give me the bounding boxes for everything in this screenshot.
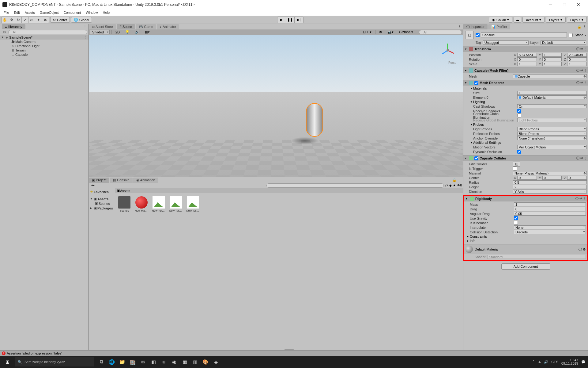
app-icon-2[interactable]: ◉ xyxy=(169,356,179,368)
paint-icon[interactable]: 🎨 xyxy=(200,356,211,368)
tray-chevron-icon[interactable]: ˄ xyxy=(533,360,534,364)
castshadows-dropdown[interactable]: On xyxy=(517,104,587,108)
menu-component[interactable]: Component xyxy=(61,10,83,15)
hierarchy-create-button[interactable]: +▾ xyxy=(1,30,7,34)
angdrag-field[interactable]: 0.05 xyxy=(514,212,586,216)
radius-field[interactable]: 0.5 xyxy=(513,180,587,184)
transform-tool[interactable]: ✦ xyxy=(35,17,42,23)
layers-button[interactable]: Layers ▾ xyxy=(546,17,566,23)
element0-field[interactable]: Default-Material xyxy=(517,95,587,99)
rotation-z-field[interactable]: 0 xyxy=(567,57,587,61)
usegravity-checkbox[interactable] xyxy=(514,216,518,220)
packages-folder[interactable]: ▶▣ Packages xyxy=(89,206,115,210)
rotate-tool[interactable]: ↻ xyxy=(15,17,22,23)
mail-icon[interactable]: ✉ xyxy=(138,356,148,368)
start-button[interactable]: ⊞ xyxy=(0,359,15,365)
height-field[interactable]: 2 xyxy=(513,185,587,189)
asset-terrain-1[interactable]: New Terra.. xyxy=(153,196,165,212)
close-button[interactable]: ✕ xyxy=(571,0,586,9)
scene-panel-menu-icon[interactable]: ⋮ xyxy=(458,25,461,29)
hierarchy-tab[interactable]: ≡ Hierarchy xyxy=(2,24,25,29)
center-y-field[interactable]: 0 xyxy=(542,176,562,180)
additional-foldout[interactable]: ▼Additional Settings xyxy=(469,140,587,145)
hierarchy-item-capsule[interactable]: ▢ Capsule xyxy=(0,52,89,57)
lighting-foldout[interactable]: ▼Lighting xyxy=(469,100,587,104)
filter-type-icon[interactable]: ◆ xyxy=(449,184,452,187)
menu-edit[interactable]: Edit xyxy=(12,10,22,15)
rotation-x-field[interactable]: 0 xyxy=(517,57,537,61)
static-checkbox[interactable] xyxy=(569,33,573,37)
tab-asset-store[interactable]: ⊞ Asset Store xyxy=(89,24,116,29)
asset-terrain-2[interactable]: New Terra.. xyxy=(170,196,182,212)
tab-project[interactable]: ▣ Project xyxy=(89,178,109,183)
colldet-dropdown[interactable]: Discrete xyxy=(514,230,586,234)
collider-header[interactable]: ▼Capsule Colliderⓘ ⇄ ⋮ xyxy=(463,155,588,161)
tab-scene[interactable]: # Scene xyxy=(117,24,135,29)
asset-slider-handle[interactable] xyxy=(115,349,463,350)
scene-camera-icon[interactable]: ✖ xyxy=(377,30,384,34)
draw-mode-dropdown[interactable]: Shaded xyxy=(90,30,110,34)
fx-toggle[interactable]: ▦▾ xyxy=(143,30,152,34)
tab-console[interactable]: ▤ Console xyxy=(110,178,132,183)
menu-gameobject[interactable]: GameObject xyxy=(37,10,61,15)
meshfilter-header[interactable]: ▼Capsule (Mesh Filter)ⓘ ⇄ ⋮ xyxy=(463,68,588,73)
scene-visibility[interactable]: ⊡ 1 ▾ xyxy=(361,30,373,34)
center-z-field[interactable]: 0 xyxy=(567,176,587,180)
lighting-toggle[interactable]: 💡 xyxy=(123,30,131,34)
tab-profiler[interactable]: 📊 Profiler xyxy=(488,24,510,29)
collab-button[interactable]: ◉ Collab ▾ xyxy=(489,17,512,23)
hidden-packages-icon[interactable]: 👁8 xyxy=(457,184,462,187)
gameobject-name-field[interactable] xyxy=(481,33,567,37)
hierarchy-item-camera[interactable]: 🎥 Main Camera xyxy=(0,40,89,44)
rigidbody-menu-icon[interactable]: ⓘ ⇄ ⋮ xyxy=(575,197,586,201)
materials-foldout[interactable]: ▼Materials xyxy=(469,86,587,90)
pivot-global-button[interactable]: 🌐 Global xyxy=(71,17,92,23)
transform-header[interactable]: ▼Transformⓘ ⇄ ⋮ xyxy=(463,46,588,52)
materials-size-field[interactable]: 1 xyxy=(517,91,587,95)
hand-tool[interactable]: ✋ xyxy=(2,17,8,23)
status-bar[interactable]: ! Assertion failed on expression: 'false… xyxy=(0,350,588,356)
constraints-foldout[interactable]: ▶Constraints xyxy=(466,234,586,239)
contribgi-checkbox[interactable] xyxy=(517,113,521,117)
mass-field[interactable]: 1 xyxy=(514,202,586,206)
collider-enabled-checkbox[interactable] xyxy=(474,156,478,160)
pivot-center-button[interactable]: ⊙ Center xyxy=(50,17,70,23)
scale-tool[interactable]: ⤢ xyxy=(22,17,28,23)
asset-material[interactable]: New Mater.. xyxy=(135,196,148,212)
transform-help-icon[interactable]: ⓘ ⇄ ⋮ xyxy=(576,47,587,51)
add-component-button[interactable]: Add Component xyxy=(501,263,550,270)
save-search-icon[interactable]: ★ xyxy=(453,184,456,187)
static-dropdown-icon[interactable]: ▾ xyxy=(585,34,586,36)
hierarchy-scene-root[interactable]: ▼◈ SampleScene*⋮ xyxy=(0,35,89,40)
inspector-lock-icon[interactable]: 🔒 xyxy=(577,25,582,29)
step-button[interactable]: ▶| xyxy=(295,17,303,23)
meshrenderer-header[interactable]: ▼Mesh Rendererⓘ ⇄ ⋮ xyxy=(463,80,588,86)
menu-window[interactable]: Window xyxy=(83,10,100,15)
minimize-button[interactable]: ─ xyxy=(543,0,557,9)
project-create-button[interactable]: +▾ xyxy=(90,184,96,187)
lightprobes-dropdown[interactable]: Blend Probes xyxy=(517,127,587,131)
rigidbody-header[interactable]: ▼Rigidbodyⓘ ⇄ ⋮ xyxy=(464,196,587,201)
store-icon[interactable]: 🏬 xyxy=(127,356,138,368)
scene-view[interactable]: Persp xyxy=(89,35,463,177)
scene-camera-settings[interactable]: 📷▾ xyxy=(386,30,395,34)
position-x-field[interactable]: 59.47323 xyxy=(517,53,537,57)
tray-volume-icon[interactable]: 🔊 xyxy=(544,360,548,364)
tray-notifications-icon[interactable]: 💬 xyxy=(581,360,586,364)
gameobject-icon[interactable]: ▢ xyxy=(465,31,474,39)
rect-tool[interactable]: ▭ xyxy=(28,17,35,23)
collider-menu-icon[interactable]: ⓘ ⇄ ⋮ xyxy=(576,156,587,160)
info-foldout[interactable]: ▶Info xyxy=(466,239,586,243)
filter-icon[interactable]: 🏷 xyxy=(445,184,448,187)
menu-file[interactable]: File xyxy=(1,10,12,15)
dynocc-checkbox[interactable] xyxy=(517,150,521,154)
capsule-object[interactable] xyxy=(306,103,323,137)
play-button[interactable]: ▶ xyxy=(277,17,286,23)
asset-terrain-3[interactable]: New Terra.. xyxy=(187,196,199,212)
cloud-button[interactable]: ☁ xyxy=(514,17,521,23)
direction-dropdown[interactable]: Y-Axis xyxy=(513,190,587,194)
asset-scenes-folder[interactable]: Scenes xyxy=(118,196,130,212)
material-menu-icon[interactable]: ⓘ ⚙ xyxy=(579,247,586,252)
interp-dropdown[interactable]: None xyxy=(514,225,586,229)
project-breadcrumb[interactable]: ▣ Assets xyxy=(115,188,463,193)
